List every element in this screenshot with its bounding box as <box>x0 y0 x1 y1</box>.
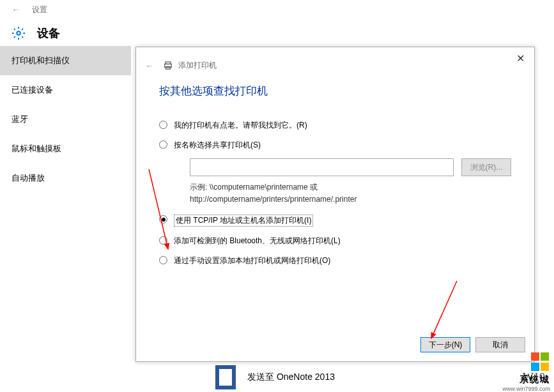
share-name-input[interactable] <box>190 158 454 176</box>
close-icon[interactable]: ✕ <box>515 54 525 64</box>
radio-icon[interactable] <box>159 236 167 245</box>
onenote-item[interactable]: 发送至 OneNote 2013 <box>215 365 335 389</box>
sidebar: 打印机和扫描仪 已连接设备 蓝牙 鼠标和触摸板 自动播放 <box>0 46 131 193</box>
radio-icon[interactable] <box>159 215 167 223</box>
radio-by-name[interactable]: 按名称选择共享打印机(S) <box>159 140 511 151</box>
dialog-heading: 按其他选项查找打印机 <box>159 84 511 98</box>
settings-breadcrumb: 设置 <box>32 4 47 15</box>
printer-icon <box>163 61 173 71</box>
radio-label: 通过手动设置添加本地打印机或网络打印机(O) <box>174 255 330 266</box>
page-title: 设备 <box>37 26 60 41</box>
gear-icon <box>12 26 26 40</box>
radio-manual[interactable]: 通过手动设置添加本地打印机或网络打印机(O) <box>159 255 511 266</box>
svg-point-0 <box>17 31 20 35</box>
example-text: 示例: \\computername\printername 或 http://… <box>190 181 511 206</box>
browse-button[interactable]: 浏览(R)... <box>461 158 511 176</box>
sidebar-item-connected[interactable]: 已连接设备 <box>0 75 131 105</box>
sidebar-item-autoplay[interactable]: 自动播放 <box>0 163 131 193</box>
radio-icon[interactable] <box>159 256 167 264</box>
sidebar-item-mouse[interactable]: 鼠标和触摸板 <box>0 134 131 163</box>
radio-tcpip[interactable]: 使用 TCP/IP 地址或主机名添加打印机(I) <box>159 215 511 227</box>
dialog-title: 添加打印机 <box>178 60 217 71</box>
onenote-label: 发送至 OneNote 2013 <box>247 372 335 383</box>
add-printer-dialog: ✕ ← 添加打印机 按其他选项查找打印机 我的打印机有点老。请帮我找到它。(R) <box>135 47 535 362</box>
dialog-back-arrow-icon[interactable]: ← <box>145 61 154 71</box>
watermark-title: 系统城 <box>502 374 550 386</box>
sidebar-item-bluetooth[interactable]: 蓝牙 <box>0 105 131 134</box>
radio-old-printer[interactable]: 我的打印机有点老。请帮我找到它。(R) <box>159 120 511 131</box>
watermark: 系统城 www.win7999.com <box>502 352 550 392</box>
watermark-logo-icon <box>531 352 550 372</box>
sidebar-item-printers[interactable]: 打印机和扫描仪 <box>0 46 131 75</box>
radio-bluetooth[interactable]: 添加可检测到的 Bluetooth、无线或网络打印机(L) <box>159 236 511 246</box>
radio-label: 使用 TCP/IP 地址或主机名添加打印机(I) <box>174 215 313 227</box>
next-button[interactable]: 下一步(N) <box>420 337 470 352</box>
cancel-button[interactable]: 取消 <box>475 337 525 352</box>
radio-label: 按名称选择共享打印机(S) <box>174 140 261 151</box>
radio-icon[interactable] <box>159 140 167 149</box>
radio-label: 我的打印机有点老。请帮我找到它。(R) <box>174 120 307 131</box>
svg-rect-3 <box>166 66 171 69</box>
watermark-url: www.win7999.com <box>502 386 550 392</box>
radio-label: 添加可检测到的 Bluetooth、无线或网络打印机(L) <box>174 236 341 246</box>
radio-icon[interactable] <box>159 121 167 129</box>
back-arrow-icon[interactable]: ← <box>12 4 20 15</box>
onenote-icon <box>215 365 236 389</box>
